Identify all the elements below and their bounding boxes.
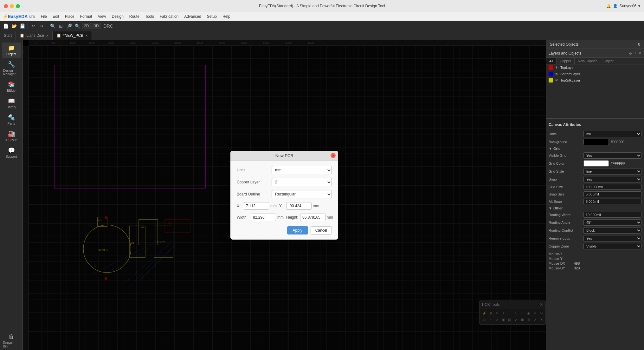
layer-eye-top[interactable]: 👁 — [555, 66, 558, 69]
drc-button[interactable]: DRC — [105, 22, 112, 30]
grid-section-header: ▼ Grid — [549, 147, 641, 150]
dialog-width-input[interactable] — [251, 214, 276, 221]
attr-grid-size-input[interactable] — [583, 184, 641, 190]
menu-route[interactable]: Route — [127, 14, 142, 19]
menu-place[interactable]: Place — [62, 14, 77, 19]
menu-format[interactable]: Format — [78, 14, 95, 19]
tab-start[interactable]: Start — [0, 31, 16, 40]
dialog-close-button[interactable]: ✕ — [331, 153, 336, 158]
dialog-board-outline-row: Board Outline Rectangular Circular — [237, 190, 332, 198]
close-button[interactable] — [4, 4, 8, 8]
attr-snap-label: Snap — [549, 177, 583, 181]
new-button[interactable]: 📄 — [2, 22, 10, 30]
attr-alt-snap-input[interactable] — [583, 199, 641, 204]
sidebar-item-library-label: Library — [6, 105, 16, 109]
dialog-x-input[interactable] — [244, 202, 269, 210]
menu-advanced[interactable]: Advanced — [182, 14, 203, 19]
username[interactable]: Sunyec06 — [620, 4, 636, 8]
sidebar-item-project[interactable]: 📁 Project — [2, 43, 21, 58]
sidebar-item-recycle-bin-label: Recycle Bin — [3, 341, 20, 348]
undo-button[interactable]: ↩ — [29, 22, 37, 30]
layer-tab-non-copper[interactable]: Non-Copper — [575, 58, 600, 64]
attr-snap-size-row: Snap Size — [549, 191, 641, 197]
dialog-x-group: X: mm — [237, 202, 277, 210]
layers-close-icon[interactable]: ✕ — [638, 51, 641, 56]
layer-row-top[interactable]: 👁 TopLayer — [546, 64, 644, 71]
menu-edit[interactable]: Edit — [50, 14, 62, 19]
layers-add-icon[interactable]: + — [634, 51, 636, 56]
dialog-y-unit: mm — [313, 204, 319, 208]
dialog-cancel-button[interactable]: Cancel — [311, 226, 332, 234]
sidebar-item-eelib[interactable]: 📚 EELib — [2, 79, 21, 94]
zoom-in-button[interactable]: 🔍 — [74, 22, 81, 30]
tab-liars-dice-close[interactable]: ✕ — [46, 34, 48, 37]
tab-liars-dice[interactable]: 📋 Liar's Dice ✕ — [16, 31, 53, 40]
other-section-collapse[interactable]: ▼ — [549, 206, 552, 210]
dialog-height-input[interactable] — [300, 214, 325, 221]
attr-routing-angle-select[interactable]: 45° 90° — [583, 219, 641, 226]
dialog-board-outline-select[interactable]: Rectangular Circular — [272, 190, 332, 198]
attr-grid-style-select[interactable]: line dot — [583, 168, 641, 175]
attr-snap-select[interactable]: Yes No — [583, 176, 641, 182]
sidebar-item-recycle-bin[interactable]: 🗑 Recycle Bin — [2, 332, 21, 350]
dialog-units-select[interactable]: mm mil — [272, 166, 332, 174]
dialog-y-label: Y: — [279, 204, 285, 208]
layer-row-topsilk[interactable]: 👁 TopSilkLayer — [546, 77, 644, 83]
menu-help[interactable]: Help — [220, 14, 233, 19]
layer-row-bottom[interactable]: 👁 BottomLayer — [546, 71, 644, 77]
attr-copper-zone-select[interactable]: Visible Hidden — [583, 243, 641, 249]
dialog-y-input[interactable] — [286, 202, 312, 210]
sidebar-item-jlcpcb[interactable]: 🏭 JLCPCB — [2, 129, 21, 144]
layer-eye-bottom[interactable]: 👁 — [555, 72, 558, 76]
search-button[interactable]: 🔍 — [49, 22, 56, 30]
menu-fabrication[interactable]: Fabrication — [157, 14, 181, 19]
sidebar-item-design-manager[interactable]: 🔧 Design Manager — [2, 59, 21, 78]
dialog-copper-layer-select[interactable]: 2 4 6 — [272, 178, 332, 186]
attr-routing-conflict-select[interactable]: Block Highlight — [583, 227, 641, 234]
select-button[interactable]: ⊞ — [57, 22, 65, 30]
2d-button[interactable]: 2D — [82, 23, 91, 29]
attr-routing-width-input[interactable] — [583, 212, 641, 218]
layer-eye-topsilk[interactable]: 👁 — [555, 78, 558, 82]
attr-remove-loop-select[interactable]: Yes No — [583, 235, 641, 241]
tab-new-pcb[interactable]: 📋 *NEW_PCB ✕ — [53, 31, 92, 40]
attr-grid-color-swatch[interactable] — [583, 160, 609, 167]
right-panel: Selected Objects 0 Layers and Objects ⚙ … — [546, 40, 644, 350]
redo-button[interactable]: ↪ — [38, 22, 45, 30]
attr-snap-size-input[interactable] — [583, 191, 641, 197]
attr-background-swatch[interactable] — [583, 139, 609, 145]
maximize-button[interactable] — [16, 4, 20, 8]
save-button[interactable]: 💾 — [18, 22, 26, 30]
menu-design[interactable]: Design — [109, 14, 126, 19]
attr-units-select[interactable]: mil mm — [583, 131, 641, 137]
menu-view[interactable]: View — [95, 14, 109, 19]
layer-tab-copper[interactable]: Copper — [557, 58, 575, 64]
zoom-out-button[interactable]: 🔎 — [65, 22, 73, 30]
layers-settings-icon[interactable]: ⚙ — [629, 51, 632, 56]
sidebar-item-parts[interactable]: 🔩 Parts — [2, 112, 21, 127]
layer-tabs: All Copper Non-Copper Object — [546, 58, 644, 64]
notification-icon[interactable]: 🔔 — [606, 4, 611, 8]
dialog-width-label: Width: — [237, 215, 249, 220]
layers-panel: Layers and Objects ⚙ + ✕ All Copper Non-… — [546, 49, 644, 119]
menu-setup[interactable]: Setup — [204, 14, 219, 19]
menu-file[interactable]: File — [38, 14, 49, 19]
dialog-copper-layer-label: Copper Layer — [237, 180, 272, 184]
sidebar-item-support[interactable]: 💬 Support — [2, 145, 21, 160]
attr-visible-grid-select[interactable]: Yes No — [583, 152, 641, 159]
dialog-apply-button[interactable]: Apply — [287, 226, 308, 234]
mouse-dy-value: 329 — [574, 266, 580, 270]
canvas-area[interactable]: 0 500 1000 1500 2000 2500 3000 3500 4000… — [23, 40, 546, 350]
layer-tab-object[interactable]: Object — [600, 58, 617, 64]
tab-new-pcb-close[interactable]: ✕ — [85, 34, 88, 37]
attr-routing-width-row: Routing Width — [549, 212, 641, 218]
menu-tools[interactable]: Tools — [143, 14, 157, 19]
grid-section-title: Grid — [553, 147, 561, 150]
layer-tab-all[interactable]: All — [546, 58, 557, 64]
3d-button[interactable]: 3D — [92, 23, 101, 29]
grid-section-collapse[interactable]: ▼ — [549, 147, 552, 150]
minimize-button[interactable] — [10, 4, 14, 8]
open-button[interactable]: 📂 — [10, 22, 18, 30]
sidebar-item-library[interactable]: 📖 Library — [2, 96, 21, 111]
selected-objects-panel: Selected Objects 0 — [546, 40, 644, 49]
